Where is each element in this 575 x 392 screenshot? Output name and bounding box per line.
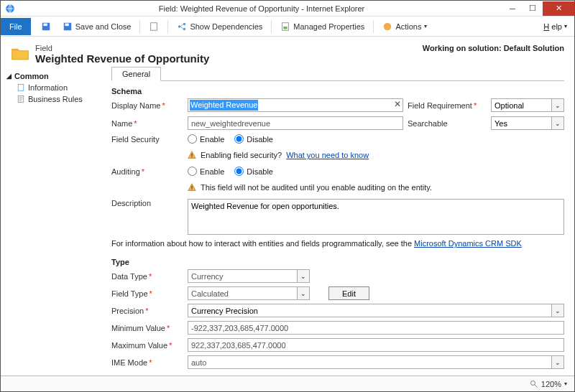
name-input [188, 116, 403, 130]
svg-rect-2 [43, 23, 47, 26]
sdk-info-row: For information about how to interact wi… [111, 239, 564, 248]
tab-row: General [111, 66, 564, 81]
ime-mode-label: IME Mode [111, 358, 183, 367]
save-button[interactable] [35, 22, 57, 32]
auditing-enable-radio[interactable]: Enable [188, 167, 224, 176]
window-titlebar: Field: Weighted Revenue of Opportunity -… [1, 1, 574, 17]
display-name-input[interactable] [188, 98, 403, 112]
warning-icon [188, 183, 196, 192]
data-type-label: Data Type [111, 272, 183, 281]
svg-rect-18 [191, 186, 192, 189]
type-section-title: Type [111, 258, 564, 266]
auditing-warn-text: This field will not be audited until you… [201, 183, 432, 192]
auditing-disable-radio[interactable]: Disable [234, 167, 273, 176]
name-label: Name [111, 119, 183, 128]
file-menu[interactable]: File [1, 18, 31, 35]
max-value-input [188, 338, 564, 352]
security-disable-radio[interactable]: Disable [234, 134, 273, 144]
chevron-down-icon: ▾ [424, 23, 427, 29]
dependencies-icon [177, 22, 187, 32]
help-button[interactable]: ?Help▾ [541, 22, 574, 31]
save-icon [41, 22, 51, 32]
svg-rect-19 [191, 189, 192, 190]
tab-general[interactable]: General [111, 67, 161, 81]
svg-point-7 [183, 22, 186, 25]
sidebar-item-label: Information [28, 83, 68, 92]
description-textarea[interactable] [188, 199, 564, 235]
svg-point-11 [384, 22, 392, 30]
solution-context: Working on solution: Default Solution [423, 44, 564, 52]
security-warn-link[interactable]: What you need to know [286, 151, 369, 159]
security-enable-radio[interactable]: Enable [188, 134, 224, 144]
sdk-link[interactable]: Microsoft Dynamics CRM SDK [414, 239, 522, 248]
chevron-down-icon: ▾ [564, 23, 567, 29]
svg-rect-16 [191, 154, 192, 157]
maximize-button[interactable]: ☐ [523, 1, 543, 16]
field-type-label: Field Type [111, 289, 183, 298]
close-button[interactable]: ✕ [543, 1, 574, 16]
actions-icon [382, 22, 392, 32]
rules-icon [17, 95, 25, 103]
separator [271, 20, 272, 33]
save-close-label: Save and Close [75, 22, 132, 31]
min-value-input [188, 321, 564, 335]
svg-rect-14 [18, 85, 24, 91]
sidebar-cat-label: Common [14, 72, 49, 80]
window-title: Field: Weighted Revenue of Opportunity -… [21, 4, 502, 13]
field-security-label: Field Security [111, 135, 183, 144]
display-name-label: Display Name [111, 101, 183, 110]
zoom-icon [530, 380, 538, 388]
help-suffix: elp [551, 22, 562, 31]
page-title: Weighted Revenue of Opportunity [35, 52, 209, 65]
security-warn-text: Enabling field security? [201, 151, 282, 159]
help-label: H [543, 22, 549, 31]
minimize-button[interactable]: ─ [502, 1, 523, 16]
field-requirement-label: Field Requirement [408, 101, 487, 110]
ie-icon [5, 4, 15, 14]
data-type-select[interactable]: ⌄ [188, 269, 310, 283]
page-icon [149, 22, 159, 32]
svg-rect-5 [151, 22, 157, 30]
searchable-label: Searchable [408, 119, 487, 128]
sidebar-item-label: Business Rules [28, 95, 83, 103]
managed-properties-button[interactable]: Managed Properties [275, 22, 370, 32]
min-value-label: Minimum Value [111, 324, 183, 332]
actions-label: Actions [395, 22, 421, 31]
separator [139, 20, 140, 33]
ime-mode-select[interactable]: ⌄ [188, 355, 564, 369]
entity-type-label: Field [35, 44, 209, 52]
field-type-select[interactable]: ⌄ [188, 286, 310, 300]
max-value-label: Maximum Value [111, 341, 183, 350]
statusbar: 120% ▾ [1, 375, 574, 391]
svg-rect-10 [284, 27, 288, 29]
sidebar: ◢Common Information Business Rules [1, 66, 109, 375]
precision-label: Precision [111, 307, 183, 315]
sidebar-category-common[interactable]: ◢Common [6, 70, 109, 82]
edit-button[interactable]: Edit [328, 286, 369, 300]
folder-icon [11, 45, 29, 61]
save-and-close-button[interactable]: Save and Close [57, 22, 137, 32]
show-dependencies-button[interactable]: Show Dependencies [171, 22, 268, 32]
toolbar-icon-button[interactable] [143, 22, 165, 32]
field-requirement-select[interactable]: ⌄ [491, 98, 564, 112]
actions-menu[interactable]: Actions▾ [377, 22, 433, 32]
sidebar-item-business-rules[interactable]: Business Rules [6, 93, 109, 105]
clear-icon[interactable]: ✕ [394, 99, 401, 109]
display-name-field[interactable]: Weighted Revenue ✕ [188, 98, 403, 112]
svg-rect-4 [65, 23, 68, 26]
separator [167, 20, 168, 33]
main-content: General Schema Display Name Weighted Rev… [109, 66, 574, 375]
precision-select[interactable]: ⌄ [188, 304, 564, 317]
svg-point-8 [183, 27, 186, 30]
zoom-level[interactable]: 120% [541, 380, 561, 388]
auditing-label: Auditing [111, 167, 183, 176]
document-icon [17, 83, 25, 92]
chevron-down-icon: ▾ [564, 381, 567, 387]
svg-point-6 [178, 25, 181, 28]
description-label: Description [111, 199, 183, 207]
save-close-icon [63, 22, 73, 32]
svg-rect-17 [191, 157, 192, 157]
sidebar-item-information[interactable]: Information [6, 82, 109, 93]
toolbar: File Save and Close Show Dependencies Ma… [1, 17, 574, 37]
searchable-select[interactable]: ⌄ [491, 116, 564, 130]
